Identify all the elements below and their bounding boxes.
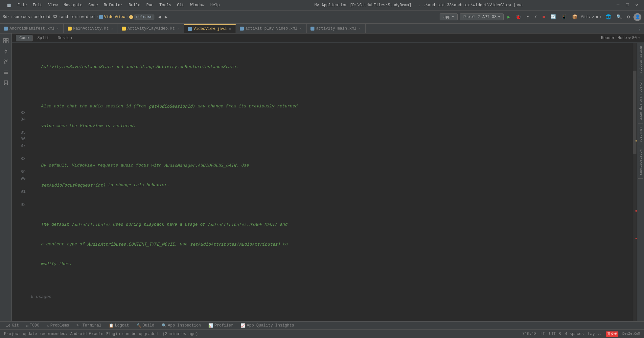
bottom-tab-todo[interactable]: ☑ TODO — [23, 323, 43, 329]
emulator-panel[interactable]: Emulator — [638, 124, 643, 146]
git-merge-icon[interactable]: ⇅ — [596, 14, 598, 19]
close-button[interactable]: ✕ — [633, 2, 640, 9]
menu-tools[interactable]: Tools — [157, 2, 174, 8]
breadcrumb-android[interactable]: android — [61, 15, 78, 19]
menu-run[interactable]: Run — [144, 2, 156, 8]
cursor-position[interactable]: 710:18 — [522, 332, 537, 336]
bottom-tab-build[interactable]: 🔨 Build — [133, 323, 158, 329]
reader-mode-icon[interactable]: ⊕ — [628, 35, 631, 40]
bottom-tab-logcat[interactable]: 📋 Logcat — [105, 323, 132, 329]
view-split-button[interactable]: Split — [34, 35, 53, 41]
tab-androidmanifest[interactable]: AndroidManifest.xml ✕ — [0, 24, 64, 33]
maximize-button[interactable]: □ — [624, 2, 631, 9]
menu-view[interactable]: View — [46, 2, 60, 8]
appinspection-tab-icon: 🔍 — [162, 323, 167, 328]
sidebar-icon-bookmarks[interactable] — [1, 78, 11, 87]
breadcrumb-sources[interactable]: sources — [13, 15, 30, 19]
ln-90: 90 — [12, 175, 26, 182]
sidebar-icon-structure[interactable] — [1, 68, 11, 77]
tab-close-videoview[interactable]: ✕ — [228, 27, 232, 31]
bottom-tab-terminal[interactable]: >_ Terminal — [73, 323, 105, 328]
device-manager-panel[interactable]: Device Manager — [638, 43, 643, 77]
code-editor[interactable]: 83 84 85 86 87 88 89 90 91 92 — [12, 43, 637, 321]
tab-icon-activity-main-xml — [310, 27, 314, 31]
ln-92: 92 — [12, 202, 26, 208]
sidebar-icon-project[interactable] — [1, 36, 11, 45]
debug-button[interactable]: 🐞 — [514, 13, 523, 21]
menu-help[interactable]: Help — [208, 2, 222, 8]
tab-activity-main-xml[interactable]: activity_main.xml ✕ — [307, 24, 365, 33]
more-tabs-button[interactable]: ⋮ — [634, 25, 644, 33]
git-check-icon[interactable]: ✓ — [592, 14, 594, 19]
tab-close-mainactivity[interactable]: ✕ — [110, 27, 114, 31]
videoview-class-icon — [99, 15, 103, 19]
sdk-button[interactable]: 📦 — [570, 13, 579, 21]
forward-nav-icon[interactable]: ▶ — [163, 13, 169, 21]
notifications-panel[interactable]: Notifications — [638, 146, 643, 179]
back-nav-icon[interactable]: ◀ — [156, 13, 162, 21]
bottom-tab-git[interactable]: ⎇ Git — [3, 323, 22, 329]
device-dropdown[interactable]: Pixel 2 API 33 ▾ — [460, 13, 504, 20]
tab-mainactivity[interactable]: MainActivity.kt ✕ — [64, 24, 118, 33]
logcat-tab-icon: 📋 — [109, 323, 114, 328]
view-design-button[interactable]: Design — [54, 35, 76, 41]
bottom-tab-appquality[interactable]: 📈 App Quality Insights — [237, 323, 297, 329]
ln-88: 88 — [12, 156, 26, 162]
layout-label[interactable]: Lay... — [588, 332, 602, 336]
search-icon[interactable]: 🔍 — [615, 13, 624, 21]
menu-navigate[interactable]: Navigate — [61, 2, 85, 8]
run-config-dropdown[interactable]: app ▾ — [440, 13, 458, 20]
profile-button[interactable]: ⚡ — [533, 13, 539, 21]
comment-code-ref-1: getAudioSessionId — [149, 103, 193, 110]
user-avatar[interactable]: 👤 — [633, 13, 641, 21]
menu-refactor[interactable]: Refactor — [101, 2, 126, 8]
line-ending[interactable]: LF — [540, 332, 545, 336]
breadcrumb-release[interactable]: release — [134, 14, 154, 20]
comment-code-ref-4: AudioAttributes — [72, 221, 110, 228]
minimize-button[interactable]: ─ — [615, 2, 621, 9]
right-tool-panels: Device Manager Device File Explorer Emul… — [637, 43, 644, 321]
device-file-explorer-panel[interactable]: Device File Explorer — [638, 77, 643, 124]
bottom-tab-profiler[interactable]: 📊 Profiler — [205, 323, 237, 329]
menu-git[interactable]: Git — [174, 2, 187, 8]
breadcrumb-sdk[interactable]: Sdk — [3, 15, 10, 19]
menu-build[interactable]: Build — [126, 2, 143, 8]
tab-videoview[interactable]: VideoView.java ✕ — [184, 24, 236, 33]
tab-close-activity-main-xml[interactable]: ✕ — [358, 27, 361, 31]
encoding[interactable]: UTF-8 — [549, 332, 561, 336]
git-push-icon[interactable]: ↑ — [599, 15, 602, 19]
indent[interactable]: 4 spaces — [565, 332, 584, 336]
menu-edit[interactable]: Edit — [30, 2, 45, 8]
translate-icon[interactable]: 🌐 — [604, 13, 613, 21]
menu-file[interactable]: File — [15, 2, 30, 8]
minimap-thumb[interactable] — [633, 71, 636, 154]
run-button[interactable]: ▶ — [506, 13, 512, 21]
sidebar-icon-pull-requests[interactable] — [1, 57, 11, 66]
breadcrumb-android33[interactable]: android-33 — [34, 15, 57, 19]
tab-activityplayvideo[interactable]: ActivityPlayVideo.kt ✕ — [118, 24, 184, 33]
profiler-tab-label: Profiler — [215, 323, 234, 328]
breadcrumb-widget[interactable]: widget — [81, 15, 95, 19]
settings-icon[interactable]: ⚙ — [626, 13, 632, 21]
menu-window[interactable]: Window — [188, 2, 207, 8]
tab-close-activityplayvideo[interactable]: ✕ — [176, 27, 180, 31]
breadcrumb-videoview[interactable]: VideoView — [104, 15, 126, 19]
sidebar-icon-commit[interactable] — [1, 47, 11, 56]
code-comment-4: By default, VideoView requests audio foc… — [31, 162, 630, 169]
comment-text-6c: and — [277, 221, 288, 228]
coverage-button[interactable]: ☂ — [525, 13, 531, 21]
reader-mode-chevron[interactable]: ▾ — [638, 36, 640, 40]
bottom-tab-problems[interactable]: ⚠ Problems — [43, 323, 73, 329]
code-content: Activity.onSaveInstanceState and android… — [28, 43, 633, 321]
devzeCom-watermark: 开发者 — [606, 331, 618, 337]
view-code-button[interactable]: Code — [16, 35, 33, 41]
sync-button[interactable]: 🔄 — [549, 13, 558, 21]
tab-close-activit-play-video-xml[interactable]: ✕ — [299, 27, 302, 31]
tab-activit-play-video-xml[interactable]: activit_play_video.xml ✕ — [236, 24, 307, 33]
stop-button[interactable]: ■ — [541, 13, 547, 21]
menu-code[interactable]: Code — [86, 2, 101, 8]
bottom-tab-appinspection[interactable]: 🔍 App Inspection — [158, 323, 204, 329]
avd-button[interactable]: 📱 — [560, 13, 568, 21]
tab-icon-videoview — [188, 27, 192, 31]
tab-close-androidmanifest[interactable]: ✕ — [56, 27, 59, 31]
